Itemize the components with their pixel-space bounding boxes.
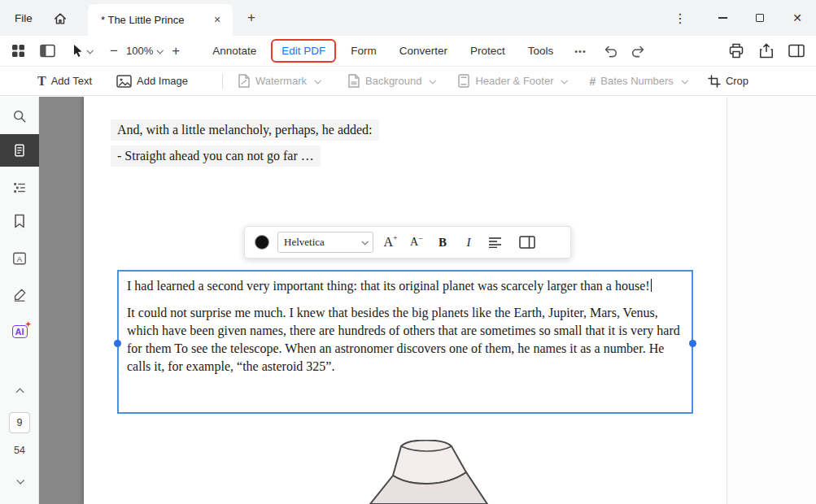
header-footer-button[interactable]: Header & Footer <box>457 74 566 88</box>
main-toolbar: − 100% + Annotate Edit PDF Form Converte… <box>0 36 816 67</box>
overflow-menu-icon[interactable]: ⋮ <box>661 0 699 36</box>
redo-icon <box>631 45 645 58</box>
chevron-up-icon <box>15 388 24 396</box>
add-text-button[interactable]: T Add Text <box>37 75 92 88</box>
more-tabs-button[interactable]: ••• <box>574 46 587 56</box>
selection-handle-left[interactable] <box>114 340 121 347</box>
bookmarks-panel-button[interactable] <box>0 210 39 232</box>
outline-panel-button[interactable] <box>0 176 39 199</box>
close-button[interactable]: ✕ <box>779 0 816 36</box>
background-caret-icon <box>430 77 436 84</box>
bates-numbers-label: Bates Numbers <box>600 75 674 87</box>
properties-panel-button[interactable] <box>518 236 536 249</box>
zoom-caret-icon[interactable] <box>157 47 164 54</box>
search-button[interactable] <box>0 105 39 128</box>
titlebar: File * The Little Prince ✕ + ⋮ ✕ <box>0 0 816 36</box>
zoom-level[interactable]: 100% <box>126 45 153 57</box>
add-image-button[interactable]: Add Image <box>116 75 188 88</box>
maximize-button[interactable] <box>741 0 779 36</box>
text-edit-selection[interactable]: I had learned a second very important th… <box>117 270 693 414</box>
next-page-button[interactable] <box>0 469 39 492</box>
align-icon <box>488 237 502 248</box>
select-tool-button[interactable] <box>72 44 84 58</box>
zoom-out-button[interactable]: − <box>110 43 118 59</box>
undo-button[interactable] <box>604 45 618 58</box>
header-footer-icon <box>457 74 470 88</box>
home-button[interactable] <box>50 9 70 28</box>
edit-paragraph-1[interactable]: I had learned a second very important th… <box>127 277 683 295</box>
background-icon <box>347 74 360 88</box>
font-color-picker[interactable] <box>255 235 269 250</box>
crop-button[interactable]: Crop <box>708 75 748 88</box>
grid-icon <box>11 44 25 58</box>
print-button[interactable] <box>728 43 744 59</box>
watermark-button[interactable]: Watermark <box>238 74 320 88</box>
window-controls: ⋮ ✕ <box>661 0 816 36</box>
header-footer-label: Header & Footer <box>475 75 553 87</box>
total-pages-label: 54 <box>0 445 39 456</box>
text-annotation-icon: A <box>12 251 27 266</box>
share-button[interactable] <box>758 43 775 59</box>
pdf-page[interactable]: And, with a little melancholy, perhaps, … <box>84 97 727 504</box>
tab-tools[interactable]: Tools <box>528 45 554 57</box>
chevron-down-icon <box>16 476 24 484</box>
ai-icon: AI✦ <box>12 325 28 338</box>
tab-title: * The Little Prince <box>101 14 208 26</box>
layout-panel-icon <box>788 44 805 58</box>
bates-caret-icon <box>681 77 687 84</box>
increase-font-size-button[interactable]: A+ <box>382 236 399 249</box>
current-page-input[interactable]: 9 <box>9 412 30 433</box>
properties-panel-icon <box>519 236 535 249</box>
signature-icon <box>12 288 27 302</box>
signature-panel-button[interactable] <box>0 284 39 306</box>
background-label: Background <box>365 75 421 87</box>
crop-icon <box>708 75 721 88</box>
panel-toggle-icon <box>40 44 55 58</box>
tab-edit-pdf[interactable]: Edit PDF <box>271 39 336 63</box>
alignment-button[interactable] <box>486 237 504 248</box>
tab-protect[interactable]: Protect <box>470 45 505 57</box>
app-body: A AI✦ 9 54 And, with a little melancholy… <box>0 97 816 504</box>
file-menu[interactable]: File <box>15 0 33 36</box>
bookmark-icon <box>13 214 26 228</box>
app-window: File * The Little Prince ✕ + ⋮ ✕ − 100% <box>0 0 816 504</box>
bates-hash-icon: # <box>589 75 596 88</box>
search-icon <box>12 109 27 124</box>
paragraph-straight-ahead[interactable]: - Straight ahead you can not go far … <box>111 146 321 167</box>
font-family-select[interactable]: Helvetica <box>277 232 373 253</box>
ai-panel-button[interactable]: AI✦ <box>0 320 39 343</box>
document-canvas[interactable]: And, with a little melancholy, perhaps, … <box>39 97 727 504</box>
previous-page-button[interactable] <box>0 380 39 403</box>
redo-button[interactable] <box>631 45 645 58</box>
select-tool-caret-icon[interactable] <box>86 47 93 54</box>
paragraph-melancholy[interactable]: And, with a little melancholy, perhaps, … <box>111 119 379 141</box>
tab-annotate[interactable]: Annotate <box>212 45 256 57</box>
minimize-button[interactable] <box>704 0 741 36</box>
annotations-panel-button[interactable]: A <box>0 247 39 270</box>
font-family-value: Helvetica <box>284 236 357 249</box>
bates-numbers-button[interactable]: # Bates Numbers <box>589 75 686 88</box>
crop-label: Crop <box>726 75 748 87</box>
zoom-in-button[interactable]: + <box>172 43 180 59</box>
italic-button[interactable]: I <box>460 236 478 250</box>
thumbnails-panel-button[interactable] <box>0 134 39 167</box>
edit-paragraph-2[interactable]: It could not surprise me much. I knew th… <box>127 304 683 376</box>
bold-button[interactable]: B <box>434 236 452 250</box>
tab-form[interactable]: Form <box>351 45 377 57</box>
add-text-icon: T <box>37 75 46 88</box>
toggle-sidebar-button[interactable] <box>40 44 55 58</box>
layout-panel-button[interactable] <box>788 44 805 58</box>
tab-close-icon[interactable]: ✕ <box>208 11 226 29</box>
decrease-font-size-button[interactable]: A− <box>408 237 425 248</box>
add-text-label: Add Text <box>51 75 92 87</box>
grid-menu-button[interactable] <box>11 44 25 58</box>
selection-handle-right[interactable] <box>689 340 696 347</box>
new-tab-button[interactable]: + <box>242 9 260 27</box>
edit-toolbar: T Add Text Add Image Watermark Backgroun… <box>0 67 816 96</box>
document-tab[interactable]: * The Little Prince ✕ <box>88 4 233 36</box>
background-button[interactable]: Background <box>347 74 434 88</box>
share-icon <box>758 43 775 59</box>
tab-converter[interactable]: Converter <box>399 45 447 57</box>
svg-text:A: A <box>17 254 23 263</box>
watermark-label: Watermark <box>255 75 307 87</box>
